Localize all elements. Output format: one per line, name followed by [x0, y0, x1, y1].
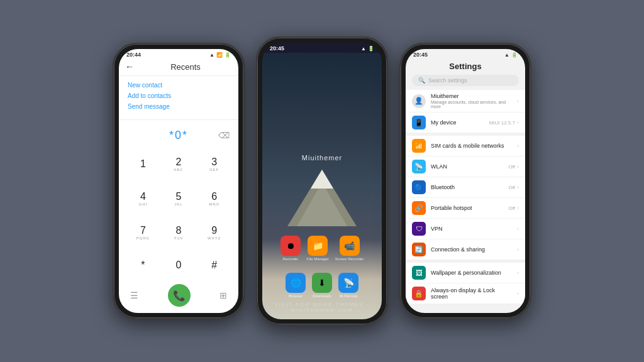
app-miremote[interactable]: 📡 Mi Remote — [338, 273, 358, 298]
status-icons-3: ▲ 🔋 — [504, 52, 518, 58]
settings-item-miuithemer[interactable]: 👤 Miuithemer Manage accounts, cloud serv… — [406, 90, 525, 112]
back-icon[interactable]: ← — [125, 62, 134, 72]
chevron-icon: › — [517, 143, 519, 149]
key-sub: MNO — [209, 202, 219, 206]
connection-icon: 🔄 — [412, 243, 426, 256]
screenrecorder-icon: 📹 — [340, 236, 360, 256]
key-7[interactable]: 7 PQRS — [125, 216, 161, 251]
dialer-header: ← Recents — [119, 59, 238, 76]
key-hash[interactable]: # — [196, 250, 232, 280]
key-sub: GHI — [138, 202, 147, 206]
app-label: Screen Recorder — [335, 257, 364, 261]
item-value: Off — [508, 164, 515, 170]
dialer-display: *0* ⌫ — [119, 124, 238, 147]
chevron-icon: › — [517, 270, 519, 276]
wifi-icon-2: ▲ — [361, 46, 366, 52]
key-1[interactable]: 1 — [125, 147, 161, 182]
app-label: Browser — [289, 294, 303, 298]
status-time-3: 20:45 — [413, 52, 428, 58]
dialer-title: Recents — [139, 62, 232, 72]
item-right: › — [517, 98, 519, 104]
dialer-keypad: 1 2 ABC 3 DEF 4 GHI 5 JKL — [119, 147, 238, 280]
delete-icon[interactable]: ⌫ — [218, 131, 230, 140]
key-5[interactable]: 5 JKL — [161, 182, 197, 216]
key-main: 5 — [176, 192, 182, 202]
key-sub: TUV — [174, 236, 183, 240]
app-label: Mi Remote — [339, 294, 357, 298]
aod-icon: 🔒 — [412, 287, 426, 300]
status-bar-dialer: 20:44 ▲ 📶 🔋 — [119, 49, 238, 59]
item-title: Connection & sharing — [431, 246, 512, 253]
grid-icon[interactable]: ⊞ — [219, 290, 227, 300]
settings-screen: 20:45 ▲ 🔋 Settings 🔍 Search settings 👤 — [406, 49, 525, 313]
key-0[interactable]: 0 — [161, 250, 197, 280]
key-4[interactable]: 4 GHI — [125, 182, 161, 216]
key-9[interactable]: 9 WXYZ — [196, 216, 232, 251]
send-message-link[interactable]: Send message — [128, 101, 230, 112]
divider — [119, 119, 238, 120]
item-value: Off — [508, 206, 515, 211]
chevron-icon: › — [517, 98, 519, 104]
key-8[interactable]: 8 TUV — [161, 216, 197, 251]
settings-list: 👤 Miuithemer Manage accounts, cloud serv… — [406, 90, 525, 313]
key-sub: JKL — [174, 202, 182, 206]
home-screen: 20:45 ▲ 🔋 Miuithemer ⏺ Recorder 📁 — [262, 43, 382, 319]
chevron-icon: › — [517, 119, 519, 126]
settings-item-device[interactable]: 📱 My device MIUI 12.5.7 › — [406, 112, 525, 133]
chevron-icon: › — [517, 246, 519, 253]
app-screenrecorder[interactable]: 📹 Screen Recorder — [335, 236, 364, 261]
settings-item-vpn[interactable]: 🛡 VPN › — [406, 219, 525, 239]
key-main: 2 — [176, 157, 182, 167]
search-settings-input[interactable]: Search settings — [428, 77, 513, 84]
sim-icon: 📶 — [412, 139, 426, 153]
item-title: Portable hotspot — [431, 205, 503, 211]
settings-item-connection[interactable]: 🔄 Connection & sharing › — [406, 239, 525, 260]
item-title: Bluetooth — [431, 184, 503, 190]
vpn-icon: 🛡 — [412, 222, 426, 236]
dialer-number: *0* — [169, 129, 188, 142]
item-title: SIM cards & mobile networks — [431, 143, 512, 149]
app-label: File Manager — [307, 257, 329, 261]
settings-item-wallpaper[interactable]: 🖼 Wallpaper & personalization › — [406, 263, 525, 283]
key-main: 8 — [176, 226, 182, 236]
key-sub: ABC — [174, 168, 183, 172]
settings-item-aod[interactable]: 🔒 Always-on display & Lock screen › — [406, 283, 525, 304]
key-main: # — [211, 260, 217, 270]
item-right: Off › — [508, 163, 519, 170]
apps-row-1: ⏺ Recorder 📁 File Manager 📹 Screen Recor… — [262, 236, 382, 261]
item-text: Always-on display & Lock screen — [431, 287, 512, 300]
add-to-contacts-link[interactable]: Add to contacts — [128, 90, 230, 101]
phone-settings: 20:45 ▲ 🔋 Settings 🔍 Search settings 👤 — [399, 43, 531, 319]
settings-item-bluetooth[interactable]: 🔵 Bluetooth Off › — [406, 177, 525, 197]
app-recorder[interactable]: ⏺ Recorder — [280, 236, 301, 261]
key-3[interactable]: 3 DEF — [196, 147, 232, 182]
chevron-icon: › — [517, 205, 519, 211]
wifi-icon: ▲ — [209, 52, 214, 58]
settings-item-wlan[interactable]: 📡 WLAN Off › — [406, 156, 525, 177]
app-browser[interactable]: 🌐 Browser — [286, 273, 306, 298]
item-text: Portable hotspot — [431, 205, 503, 211]
settings-item-hotspot[interactable]: 🔗 Portable hotspot Off › — [406, 198, 525, 218]
key-main: 1 — [140, 159, 146, 169]
app-filemanager[interactable]: 📁 File Manager — [307, 236, 329, 261]
chevron-icon: › — [517, 290, 519, 297]
item-right: Off › — [508, 184, 519, 190]
key-main: 9 — [211, 226, 217, 236]
call-button[interactable]: 📞 — [168, 284, 191, 307]
menu-icon[interactable]: ☰ — [130, 290, 138, 300]
wifi-icon-3: ▲ — [504, 52, 509, 58]
dialer-screen: 20:44 ▲ 📶 🔋 ← Recents New contact Add to… — [119, 49, 238, 313]
item-title: My device — [431, 119, 484, 126]
chevron-icon: › — [517, 163, 519, 170]
key-2[interactable]: 2 ABC — [161, 147, 197, 182]
browser-icon: 🌐 — [286, 273, 306, 293]
new-contact-link[interactable]: New contact — [128, 80, 230, 90]
settings-search-bar[interactable]: 🔍 Search settings — [412, 75, 519, 86]
app-downloads[interactable]: ⬇ Downloads — [312, 273, 332, 298]
dialer-bottom-bar: ☰ 📞 ⊞ — [119, 280, 238, 313]
item-right: › — [517, 226, 519, 232]
item-value: MIUI 12.5.7 — [489, 120, 515, 126]
key-6[interactable]: 6 MNO — [196, 182, 232, 216]
key-star[interactable]: * — [125, 250, 161, 280]
settings-item-sim[interactable]: 📶 SIM cards & mobile networks › — [406, 136, 525, 156]
